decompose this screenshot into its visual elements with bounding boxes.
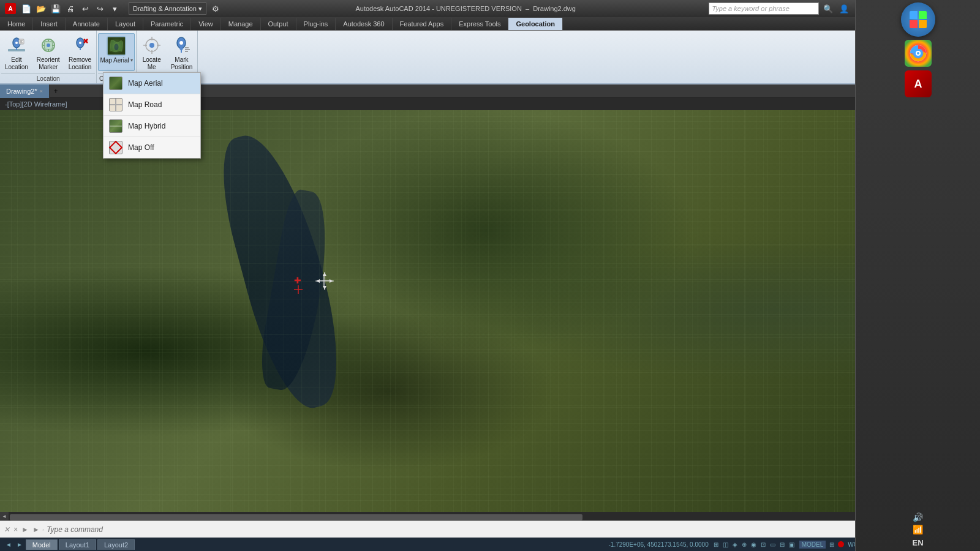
redo-btn[interactable]: ↪ xyxy=(93,2,107,15)
windows-button[interactable] xyxy=(901,2,935,37)
tab-manage[interactable]: Manage xyxy=(221,18,261,30)
tab-autodesk360[interactable]: Autodesk 360 xyxy=(336,18,392,30)
tab-layout[interactable]: Layout xyxy=(108,18,143,30)
save-btn[interactable]: 💾 xyxy=(49,2,62,15)
map-aerial-btn[interactable]: Map Aerial ▾ xyxy=(98,33,134,71)
drag-arrows xyxy=(315,272,334,292)
layout2-tab[interactable]: Layout2 xyxy=(97,539,135,550)
grid-btn[interactable]: ⊞ xyxy=(712,541,720,548)
snap-btn[interactable]: ◫ xyxy=(722,541,729,548)
language-indicator[interactable]: EN xyxy=(910,537,925,549)
canvas-viewport xyxy=(0,110,971,512)
map-road-option-icon xyxy=(108,97,123,112)
layout1-tab[interactable]: Layout1 xyxy=(59,539,96,550)
sel-btn[interactable]: ▣ xyxy=(788,541,796,548)
tab-output[interactable]: Output xyxy=(261,18,296,30)
draw-tools: ⊞ ◫ ◈ ⊕ ◉ ⊡ ▭ ⊟ ▣ xyxy=(712,541,796,548)
svg-point-25 xyxy=(149,43,154,48)
scroll-left-btn[interactable]: ◄ xyxy=(0,512,9,520)
command-prompt[interactable]: Type a command xyxy=(47,525,103,534)
svg-text:A: A xyxy=(8,6,12,12)
lw-btn[interactable]: ▭ xyxy=(769,541,777,548)
undo-btn[interactable]: ↩ xyxy=(78,2,92,15)
svg-marker-37 xyxy=(323,272,326,276)
remove-location-btn[interactable]: RemoveLocation xyxy=(65,33,96,71)
locate-me-label: LocateMe xyxy=(143,56,161,71)
tab-geolocation[interactable]: Geolocation xyxy=(508,18,563,30)
tab-home[interactable]: Home xyxy=(0,18,33,30)
location-group-label: Location xyxy=(1,73,95,83)
error-indicator xyxy=(838,541,844,547)
command-bar: ✕ × ► ► · Type a command xyxy=(0,520,980,538)
tab-insert[interactable]: Insert xyxy=(33,18,66,30)
model-tab[interactable]: Model xyxy=(26,539,58,550)
command-close-btn[interactable]: ✕ xyxy=(4,525,10,534)
windows-logo xyxy=(910,11,927,28)
tab-parametric[interactable]: Parametric xyxy=(143,18,191,30)
location-marker xyxy=(294,276,303,284)
viewport-label: -[Top][2D Wireframe] xyxy=(5,100,67,108)
reorient-marker-btn[interactable]: ReorientMarker xyxy=(33,33,64,71)
trans-btn[interactable]: ⊟ xyxy=(778,541,786,548)
map-aerial-dropdown-arrow[interactable]: ▾ xyxy=(130,58,133,63)
new-btn[interactable]: 📄 xyxy=(20,2,33,15)
locate-me-icon xyxy=(142,36,162,55)
search-btn[interactable]: 🔍 xyxy=(821,2,835,15)
tab-view[interactable]: View xyxy=(191,18,221,30)
svg-point-44 xyxy=(917,52,919,54)
svg-point-4 xyxy=(15,42,18,44)
sound-icon[interactable]: 🔊 xyxy=(913,512,923,522)
horizontal-scrollbar[interactable]: ◄ ► xyxy=(0,512,971,520)
workspace-selector[interactable]: Drafting & Annotation ▾ xyxy=(129,2,206,15)
nav-prev-btn[interactable]: ◄ xyxy=(4,541,13,548)
new-tab-btn[interactable]: + xyxy=(50,84,62,98)
right-sidebar: A 🔊 📶 EN xyxy=(855,0,980,551)
h-scroll-thumb[interactable] xyxy=(10,514,582,520)
user-icon[interactable]: 👤 xyxy=(837,2,851,15)
map-aerial-option-label: Map Aerial xyxy=(128,79,163,88)
network-icon[interactable]: 📶 xyxy=(913,525,923,534)
mark-position-btn[interactable]: MarkPosition xyxy=(167,33,197,71)
layout-tabs-area: ◄ ► Model Layout1 Layout2 xyxy=(4,539,135,550)
tab-featured-apps[interactable]: Featured Apps xyxy=(393,18,452,30)
svg-point-19 xyxy=(115,43,119,50)
edit-location-label: EditLocation xyxy=(5,56,28,71)
quick-access-toolbar: 📄 📂 💾 🖨 ↩ ↪ ▾ xyxy=(20,2,121,15)
map-aerial-option[interactable]: Map Aerial xyxy=(104,73,200,94)
drawing-tab-close[interactable]: × xyxy=(40,88,43,94)
command-bullet: · xyxy=(42,525,44,534)
map-road-option-label: Map Road xyxy=(128,100,162,109)
ortho-btn[interactable]: ⊕ xyxy=(741,541,748,548)
chrome-icon[interactable] xyxy=(905,40,932,67)
command-nav-btn[interactable]: ► xyxy=(21,525,29,534)
tab-annotate[interactable]: Annotate xyxy=(66,18,108,30)
map-off-option[interactable]: Map Off xyxy=(104,137,200,158)
coordinates: -1.7290E+06, 4502173.1545, 0.0000 xyxy=(609,541,709,548)
bottom-bar: ◄ ► Model Layout1 Layout2 -1.7290E+06, 4… xyxy=(0,538,980,551)
open-btn[interactable]: 📂 xyxy=(34,2,48,15)
canvas-area[interactable]: N S E W TOP ▲ ▼ ◄ xyxy=(0,110,980,520)
map-hybrid-option[interactable]: Map Hybrid xyxy=(104,116,200,137)
autocad-app-icon[interactable]: A xyxy=(905,70,932,97)
drawing-tab[interactable]: Drawing2* × xyxy=(0,84,50,98)
dyn-btn[interactable]: ⊡ xyxy=(760,541,767,548)
tab-express-tools[interactable]: Express Tools xyxy=(451,18,508,30)
edit-location-btn[interactable]: EditLocation xyxy=(1,33,32,71)
qa-dropdown-btn[interactable]: ▾ xyxy=(108,2,121,15)
command-expand-btn[interactable]: × xyxy=(13,525,18,534)
locate-me-btn[interactable]: LocateMe xyxy=(138,33,166,71)
print-btn[interactable]: 🖨 xyxy=(64,2,77,15)
reorient-marker-label: ReorientMarker xyxy=(37,56,60,71)
map-hybrid-option-icon xyxy=(108,119,123,133)
model-label: MODEL xyxy=(799,541,826,549)
search-box[interactable]: Type a keyword or phrase xyxy=(709,2,819,15)
nav-next-btn[interactable]: ► xyxy=(15,541,24,548)
tab-plugins[interactable]: Plug-ins xyxy=(296,18,336,30)
workspace-settings-btn[interactable]: ⚙ xyxy=(209,2,222,15)
map-road-option[interactable]: Map Road xyxy=(104,94,200,116)
autocad-icon[interactable]: A xyxy=(4,2,17,15)
map-aerial-icon xyxy=(107,36,126,56)
grid-overlay xyxy=(0,110,971,512)
polar-btn[interactable]: ◈ xyxy=(731,541,739,548)
osnap-btn[interactable]: ◉ xyxy=(750,541,758,548)
